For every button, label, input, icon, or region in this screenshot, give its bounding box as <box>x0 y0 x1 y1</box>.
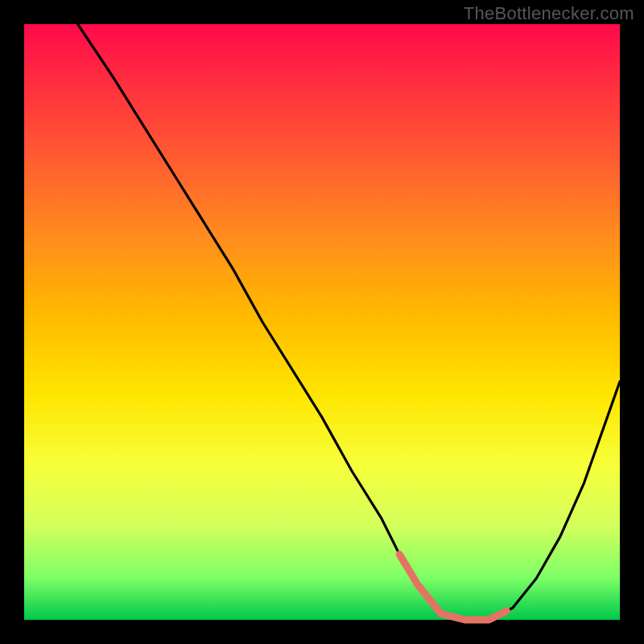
optimal-range-segment <box>399 555 506 620</box>
plot-area <box>24 24 620 620</box>
chart-svg <box>24 24 620 620</box>
bottleneck-curve <box>78 24 620 620</box>
chart-frame: TheBottlenecker.com <box>0 0 644 644</box>
watermark-text: TheBottlenecker.com <box>464 3 634 24</box>
